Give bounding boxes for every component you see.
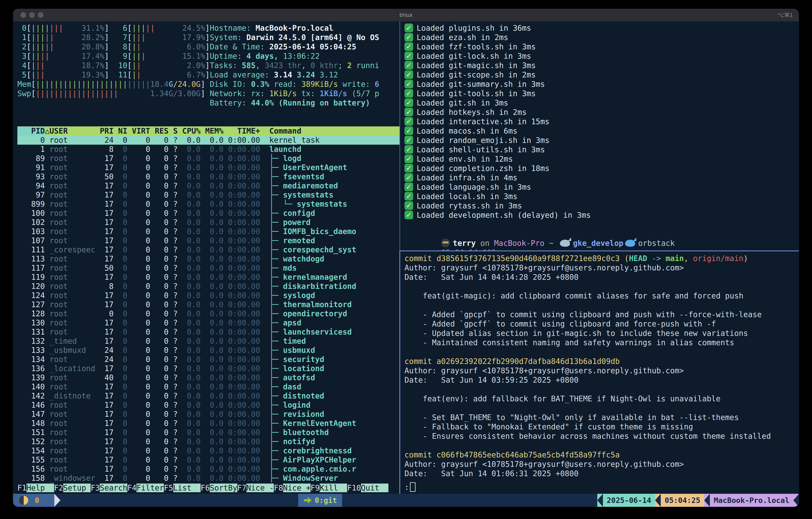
- table-row[interactable]: 158 _windowser 17 0 0 0 ? 0.0 0.0 0:00.0…: [18, 473, 400, 483]
- cell-pri: 17: [95, 218, 113, 227]
- cell-virt: 0: [127, 337, 150, 346]
- commit-bullet: - Fallback to "Monokai Extended" if cust…: [404, 422, 799, 432]
- table-row[interactable]: 97 root 17 0 0 0 ? 0.0 0.0 0:00.00 ├─ sy…: [18, 190, 400, 199]
- cpu-id: 0: [18, 24, 27, 32]
- table-row[interactable]: 0 root 24 0 0 0 ? 0.0 0.0 0:00.00 kernel…: [18, 136, 400, 145]
- cpu-id: 2: [18, 43, 27, 51]
- table-row[interactable]: 102 root 17 0 0 0 ? 0.0 0.0 0:00.00 ├─ p…: [18, 218, 400, 227]
- fkey-help-button[interactable]: Help: [27, 484, 54, 492]
- table-row[interactable]: 91 root 17 0 0 0 ? 0.0 0.0 0:00.00 ├─ Us…: [18, 163, 400, 172]
- cell-cpu: 0.0: [178, 254, 201, 263]
- check-icon: ✓: [404, 136, 413, 144]
- table-row[interactable]: 131 root 17 0 0 0 ? 0.0 0.0 0:00.00 ├─ l…: [18, 327, 400, 336]
- fkey-nice--button[interactable]: Nice -: [246, 484, 274, 492]
- cell-pid: 132: [18, 337, 45, 346]
- pager-prompt[interactable]: :: [404, 483, 415, 492]
- table-row[interactable]: 130 root 17 0 0 0 ? 0.0 0.0 0:00.00 ├─ a…: [18, 318, 400, 327]
- table-row[interactable]: 146 root 17 0 0 0 ? 0.0 0.0 0:00.00 ├─ l…: [18, 401, 400, 410]
- table-row[interactable]: 120 root 8 0 0 0 ? 0.0 0.0 0:00.00 ├─ di…: [18, 282, 400, 291]
- terminal-content: 0[||||||| 31.1%] 6[||||| 24.5%] 1[||||| …: [13, 21, 799, 494]
- tree-lines: ├─: [260, 401, 283, 409]
- cell-time: 0:00.00: [224, 410, 260, 418]
- meter-bars-red: ||: [36, 61, 45, 70]
- system-info-line: Date & Time: 2025-06-14 05:04:25: [210, 42, 379, 52]
- window-tab-git[interactable]: 0:git: [298, 494, 342, 507]
- cell-virt: 0: [127, 419, 150, 428]
- table-row[interactable]: 134 root 24 0 0 0 ? 0.0 0.0 0:00.00 ├─ s…: [18, 355, 400, 364]
- table-row[interactable]: 107 root 17 0 0 0 ? 0.0 0.0 0:00.00 ├─ r…: [18, 236, 400, 245]
- git-pane[interactable]: commit d385615f3767135e90d460a9f88f2721e…: [400, 251, 799, 494]
- table-row[interactable]: 140 root 17 0 0 0 ? 0.0 0.0 0:00.00 ├─ d…: [18, 382, 400, 391]
- table-row[interactable]: 100 root 17 0 0 0 ? 0.0 0.0 0:00.00 ├─ c…: [18, 209, 400, 218]
- cell-virt: 0: [127, 346, 150, 355]
- shell-pane[interactable]: ✓Loaded plugins.sh in 36ms✓Loaded eza.sh…: [400, 21, 799, 251]
- fkey-quit-button[interactable]: Quit: [361, 484, 388, 492]
- table-row[interactable]: 124 root 17 0 0 0 ? 0.0 0.0 0:00.00 ├─ s…: [18, 291, 400, 300]
- cell-state: ?: [169, 218, 178, 227]
- fkey-nice+-button[interactable]: Nice +: [283, 484, 310, 492]
- cell-user: root: [45, 309, 95, 318]
- cell-user: root: [45, 355, 95, 364]
- meter-bars-red: |: [137, 71, 141, 79]
- cell-user: _locationd: [45, 364, 95, 373]
- table-header[interactable]: PID△USER PRI NI VIRT RES S CPU% MEM% TIM…: [18, 127, 400, 136]
- loaded-text: Loaded interactive.sh in 15ms: [417, 117, 549, 126]
- cell-mem: 0.0: [201, 136, 224, 144]
- cell-time: 0:00.00: [224, 209, 260, 218]
- status-date: 2025-06-14: [603, 494, 655, 507]
- fkey-setup-button[interactable]: Setup: [63, 484, 91, 492]
- table-row[interactable]: 111 _corespeec 17 0 0 0 ? 0.0 0.0 0:00.0…: [18, 245, 400, 254]
- cpu-percent: 2.0%: [178, 61, 205, 70]
- cell-res: 0: [150, 163, 169, 172]
- cell-virt: 0: [127, 191, 150, 199]
- meter-bars-red: |||: [50, 24, 63, 32]
- table-row[interactable]: 132 _timed 17 0 0 0 ? 0.0 0.0 0:00.00 ├─…: [18, 336, 400, 346]
- table-row[interactable]: 119 root 17 0 0 0 ? 0.0 0.0 0:00.00 ├─ k…: [18, 273, 400, 282]
- table-row[interactable]: 156 root 17 0 0 0 ? 0.0 0.0 0:00.00 ├─ c…: [18, 464, 400, 473]
- session-segment[interactable]: 0: [13, 494, 54, 507]
- powerline-separator-icon: [54, 494, 60, 507]
- table-row[interactable]: 136 _locationd 17 0 0 0 ? 0.0 0.0 0:00.0…: [18, 364, 400, 373]
- cpu-id: 6: [118, 24, 127, 32]
- check-icon: ✓: [404, 98, 413, 107]
- table-row[interactable]: 127 root 17 0 0 0 ? 0.0 0.0 0:00.00 ├─ t…: [18, 300, 400, 309]
- table-row[interactable]: 93 root 50 0 0 0 ? 0.0 0.0 0:00.00 ├─ fs…: [18, 172, 400, 181]
- info-label: Uptime:: [210, 52, 246, 60]
- table-row[interactable]: 147 root 17 0 0 0 ? 0.0 0.0 0:00.00 ├─ r…: [18, 410, 400, 419]
- cell-pri: 17: [95, 236, 113, 245]
- commit-subject: feat(git-magic): add clipboard commit al…: [404, 291, 799, 301]
- cell-mem: 0.0: [201, 373, 224, 382]
- table-row[interactable]: 151 root 17 0 0 0 ? 0.0 0.0 0:00.00 ├─ b…: [18, 428, 400, 437]
- fkey-sortby-button[interactable]: SortBy: [210, 484, 237, 492]
- table-row[interactable]: 899 root 17 0 0 0 ? 0.0 0.0 0:00.00 │ └─…: [18, 199, 400, 209]
- fkey-search-button[interactable]: Search: [100, 484, 127, 492]
- table-row[interactable]: 117 root 50 0 0 0 ? 0.0 0.0 0:00.00 ├─ m…: [18, 264, 400, 273]
- meter-pad: [45, 61, 77, 70]
- cell-user: root: [45, 382, 95, 391]
- info-value: (5/7 p: [347, 89, 379, 98]
- table-row[interactable]: 155 root 17 0 0 0 ? 0.0 0.0 0:00.00 ├─ A…: [18, 455, 400, 464]
- cell-pri: 8: [95, 145, 113, 154]
- table-row[interactable]: 89 root 17 0 0 0 ? 0.0 0.0 0:00.00 ├─ lo…: [18, 154, 400, 163]
- fkey-list-button[interactable]: List: [173, 484, 201, 492]
- table-row[interactable]: 128 root 0 0 0 0 ? 0.0 0.0 0:00.00 ├─ op…: [18, 309, 400, 318]
- loaded-text: Loaded git-scope.sh in 2ms: [417, 71, 536, 79]
- info-value: 0.3%: [251, 80, 269, 88]
- table-row[interactable]: 139 root 40 0 0 0 ? 0.0 0.0 0:00.00 ├─ a…: [18, 373, 400, 382]
- table-row[interactable]: 133 _usbmuxd 24 0 0 0 ? 0.0 0.0 0:00.00 …: [18, 346, 400, 355]
- fkey-filter-button[interactable]: Filter: [137, 484, 164, 492]
- table-row[interactable]: 113 root 17 0 0 0 ? 0.0 0.0 0:00.00 ├─ w…: [18, 254, 400, 264]
- table-row[interactable]: 142 _distnote 17 0 0 0 ? 0.0 0.0 0:00.00…: [18, 391, 400, 401]
- htop-pane[interactable]: 0[||||||| 31.1%] 6[||||| 24.5%] 1[||||| …: [13, 21, 400, 494]
- table-row[interactable]: 94 root 17 0 0 0 ? 0.0 0.0 0:00.00 ├─ me…: [18, 181, 400, 190]
- table-row[interactable]: 152 root 17 0 0 0 ? 0.0 0.0 0:00.00 ├─ n…: [18, 437, 400, 446]
- table-row[interactable]: 154 root 17 0 0 0 ? 0.0 0.0 0:00.00 ├─ c…: [18, 446, 400, 455]
- table-row[interactable]: 103 root 17 0 0 0 ? 0.0 0.0 0:00.00 ├─ I…: [18, 227, 400, 236]
- fkey-kill-button[interactable]: Kill: [320, 484, 347, 492]
- table-row[interactable]: 1 root 8 0 0 0 ? 0.0 0.0 0:00.00 launchd: [18, 145, 400, 154]
- table-row[interactable]: 148 root 17 0 0 0 ? 0.0 0.0 0:00.00 ├─ K…: [18, 419, 400, 428]
- cell-pri: 17: [95, 446, 113, 455]
- cell-state: ?: [169, 236, 178, 245]
- cell-command: KernelEventAgent: [283, 419, 356, 428]
- commit-bullet: - Added `gpcff` to commit using clipboar…: [404, 319, 799, 329]
